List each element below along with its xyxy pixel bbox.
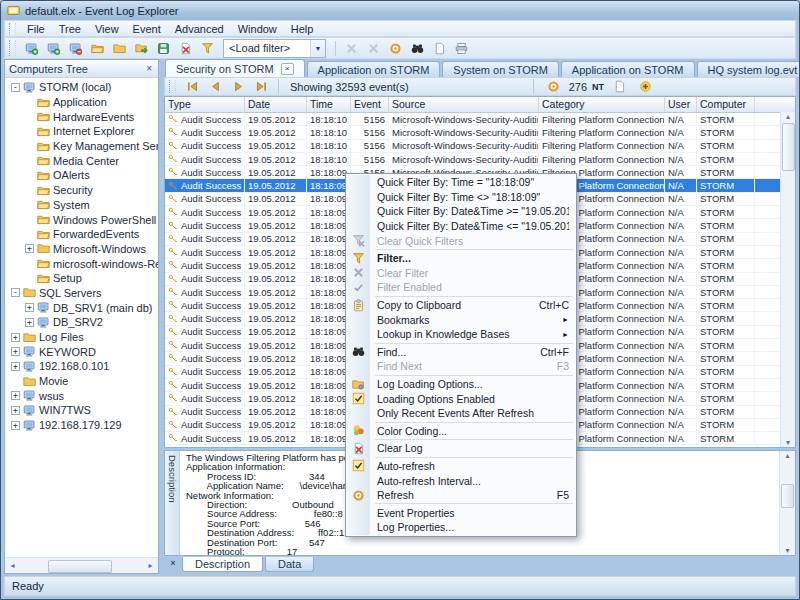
menu-item-quick-filter-by-time-18-18-09[interactable]: Quick Filter By: Time <> "18:18:09": [347, 190, 575, 205]
menu-item-event-properties[interactable]: Event Properties: [347, 505, 575, 520]
open-workspace-button[interactable]: [87, 39, 108, 58]
tree-item-internet-explorer[interactable]: Internet Explorer: [9, 124, 158, 139]
menu-item-quick-filter-by-date-time-19-05-2012-18-18-09[interactable]: Quick Filter By: Date&Time <= "19.05.201…: [347, 219, 575, 234]
column-header-time[interactable]: Time: [307, 97, 351, 112]
column-header-event[interactable]: Event: [351, 97, 389, 112]
expand-icon[interactable]: +: [25, 303, 34, 312]
tree-item-storm-local-[interactable]: -STORM (local): [9, 80, 158, 95]
menu-tree[interactable]: Tree: [52, 22, 88, 36]
column-header-user[interactable]: User: [665, 97, 697, 112]
tree-item-wsus[interactable]: +wsus: [9, 388, 158, 403]
tree-item-oalerts[interactable]: OAlerts: [9, 168, 158, 183]
menu-item-lookup-in-knowledge-bases[interactable]: Lookup in Knowledge Bases►: [347, 327, 575, 342]
scroll-thumb[interactable]: [781, 484, 794, 508]
scroll-up-icon[interactable]: ▴: [785, 451, 789, 460]
log-toolbar-grip[interactable]: [169, 80, 176, 94]
collapse-icon[interactable]: -: [11, 288, 20, 297]
scroll-thumb[interactable]: [48, 560, 112, 573]
table-row[interactable]: Audit Success19.05.201218:18:105156Micro…: [165, 126, 780, 139]
menu-item-filter[interactable]: Filter...: [347, 251, 575, 266]
last-event-button[interactable]: [251, 77, 272, 96]
menu-item-refresh[interactable]: RefreshF5: [347, 488, 575, 503]
collapse-icon[interactable]: -: [11, 83, 20, 92]
tree-item-db-srv2[interactable]: +DB_SRV2: [9, 315, 158, 330]
tree-item-192-168-179-129[interactable]: +192.168.179.129: [9, 418, 158, 433]
tree-item-microsoft-windows[interactable]: +Microsoft-Windows: [9, 242, 158, 257]
event-detail-button[interactable]: [609, 77, 630, 96]
menu-item-quick-filter-by-time-18-18-09[interactable]: Quick Filter By: Time = "18:18:09": [347, 175, 575, 190]
auto-refresh-timer-icon[interactable]: [543, 77, 564, 96]
expand-icon[interactable]: +: [11, 406, 20, 415]
tab-hq-system-log-evt[interactable]: HQ system log.evt: [697, 61, 800, 77]
expand-icon[interactable]: +: [11, 362, 20, 371]
close-panel-icon[interactable]: ×: [144, 63, 154, 74]
load-filter-combo[interactable]: <Load filter>▼: [223, 39, 326, 58]
grid-vertical-scrollbar[interactable]: ▴ ▾: [780, 112, 795, 447]
menu-item-only-recent-events-after-refresh[interactable]: Only Recent Events After Refresh: [347, 406, 575, 421]
tree-item-application[interactable]: Application: [9, 95, 158, 110]
expand-icon[interactable]: +: [11, 391, 20, 400]
disconnect-computer-button[interactable]: [65, 39, 86, 58]
menu-event[interactable]: Event: [126, 22, 168, 36]
table-row[interactable]: Audit Success19.05.201218:18:105156Micro…: [165, 140, 780, 153]
tree-item-security[interactable]: Security: [9, 183, 158, 198]
clear-filter-button[interactable]: [363, 39, 384, 58]
next-event-button[interactable]: [228, 77, 249, 96]
clear-log-button[interactable]: [175, 39, 196, 58]
scroll-left-icon[interactable]: ◂: [5, 561, 20, 570]
add-bookmark-button[interactable]: [635, 77, 656, 96]
menu-item-log-properties[interactable]: Log Properties...: [347, 520, 575, 535]
tree-item-db-srv1-main-db-[interactable]: +DB_SRV1 (main db): [9, 300, 158, 315]
menu-item-auto-refresh-interval[interactable]: Auto-refresh Interval...: [347, 473, 575, 488]
tree-item-hardwareevents[interactable]: HardwareEvents: [9, 109, 158, 124]
menu-help[interactable]: Help: [284, 22, 321, 36]
find-button[interactable]: [407, 39, 428, 58]
filter-button[interactable]: [197, 39, 218, 58]
menu-item-auto-refresh[interactable]: Auto-refresh: [347, 459, 575, 474]
menu-item-find[interactable]: Find...Ctrl+F: [347, 345, 575, 360]
add-computer-button[interactable]: [43, 39, 64, 58]
menubar-grip[interactable]: [9, 23, 16, 35]
first-event-button[interactable]: [182, 77, 203, 96]
save-workspace-button[interactable]: [153, 39, 174, 58]
table-row[interactable]: Audit Success19.05.201218:18:105156Micro…: [165, 113, 780, 126]
column-header-date[interactable]: Date: [245, 97, 307, 112]
tab-description[interactable]: Description: [182, 557, 263, 572]
menu-item-clear-log[interactable]: Clear Log: [347, 441, 575, 456]
expand-icon[interactable]: +: [11, 347, 20, 356]
expand-icon[interactable]: +: [11, 333, 20, 342]
menu-advanced[interactable]: Advanced: [168, 22, 231, 36]
menu-item-log-loading-options[interactable]: Log Loading Options...: [347, 377, 575, 392]
tree-item-keyword[interactable]: +KEYWORD: [9, 344, 158, 359]
tree-item-sql-servers[interactable]: -SQL Servers: [9, 286, 158, 301]
column-header-computer[interactable]: Computer: [697, 97, 755, 112]
titlebar[interactable]: default.elx - Event Log Explorer: [1, 1, 799, 20]
tree-item-setup[interactable]: Setup: [9, 271, 158, 286]
tab-data[interactable]: Data: [265, 557, 314, 572]
menu-file[interactable]: File: [20, 22, 52, 36]
tab-application-on-storm[interactable]: Application on STORM: [561, 61, 695, 77]
menu-item-loading-options-enabled[interactable]: Loading Options Enabled: [347, 391, 575, 406]
tree-item-log-files[interactable]: +Log Files: [9, 330, 158, 345]
scroll-right-icon[interactable]: ▸: [143, 561, 158, 570]
scroll-down-icon[interactable]: ▾: [786, 438, 790, 447]
connect-computer-button[interactable]: [21, 39, 42, 58]
open-folder-button[interactable]: [109, 39, 130, 58]
table-row[interactable]: Audit Success19.05.201218:18:105156Micro…: [165, 153, 780, 166]
expand-icon[interactable]: +: [25, 244, 34, 253]
tree-item-192-168-0-101[interactable]: +192.168.0.101: [9, 359, 158, 374]
tree-item-media-center[interactable]: Media Center: [9, 153, 158, 168]
previous-event-button[interactable]: [205, 77, 226, 96]
tree-item-system[interactable]: System: [9, 198, 158, 213]
column-header-source[interactable]: Source: [389, 97, 539, 112]
print-button[interactable]: [451, 39, 472, 58]
menu-item-quick-filter-by-date-time-19-05-2012-18-18-09[interactable]: Quick Filter By: Date&Time >= "19.05.201…: [347, 204, 575, 219]
tree-horizontal-scrollbar[interactable]: ◂ ▸: [5, 557, 158, 573]
scroll-down-icon[interactable]: ▾: [785, 546, 789, 555]
scroll-thumb[interactable]: [782, 123, 795, 171]
tab-security-on-storm[interactable]: Security on STORM×: [165, 59, 305, 77]
tree-item-movie[interactable]: Movie: [9, 374, 158, 389]
description-vertical-scrollbar[interactable]: ▴ ▾: [779, 451, 795, 555]
menu-item-copy-to-clipboard[interactable]: Copy to ClipboardCtrl+C: [347, 298, 575, 313]
close-description-icon[interactable]: ×: [166, 557, 180, 570]
